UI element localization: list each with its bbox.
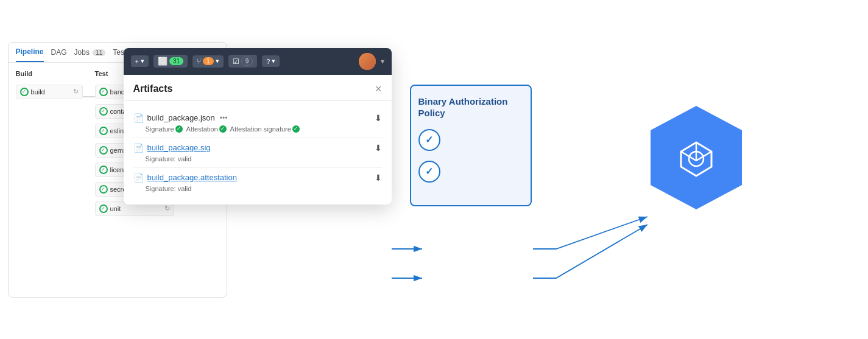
plus-icon: + <box>135 58 139 65</box>
cube-svg <box>675 136 718 179</box>
container-badge: 31 <box>169 57 183 65</box>
signature-valid-label: Signature: valid <box>146 155 192 163</box>
attestation-badge: Attestation ✓ <box>186 125 227 133</box>
tab-dag[interactable]: DAG <box>51 48 67 61</box>
issues-badge: 9 <box>241 57 253 66</box>
artifact-name-row: 📄 build_package.sig ⬇ <box>133 143 382 153</box>
jobs-badge: 11 <box>93 49 105 56</box>
artifact-name-link[interactable]: build_package.sig <box>147 143 211 152</box>
policy-checks <box>418 129 523 183</box>
artifact-row: 📄 build_package.attestation ⬇ Signature:… <box>133 168 382 197</box>
check-icon <box>99 146 108 155</box>
merge-badge: 1 <box>203 57 214 65</box>
tab-pipeline[interactable]: Pipeline <box>16 47 44 62</box>
check-icon: ✓ <box>219 125 227 133</box>
create-button[interactable]: + ▾ <box>131 55 149 67</box>
check-icon <box>99 185 108 194</box>
download-icon[interactable]: ⬇ <box>375 113 382 123</box>
connector-svg <box>83 88 95 125</box>
policy-box: Binary Authorization Policy <box>410 85 532 206</box>
refresh-icon[interactable]: ↻ <box>164 204 170 212</box>
help-button[interactable]: ? ▾ <box>262 55 280 67</box>
stage-build: Build build ↻ <box>16 70 83 218</box>
check-icon: ✓ <box>175 125 183 133</box>
issues-button[interactable]: ☑ 9 <box>228 55 258 68</box>
check-icon <box>99 204 108 213</box>
download-icon[interactable]: ⬇ <box>375 143 382 153</box>
help-icon: ? <box>266 58 270 65</box>
artifact-row: 📄 build_package.sig ⬇ Signature: valid <box>133 138 382 168</box>
job-name: build <box>31 88 45 96</box>
artifact-row: 📄 build_package.json ••• ⬇ Signature ✓ A… <box>133 108 382 138</box>
tab-jobs[interactable]: Jobs 11 <box>74 48 106 61</box>
file-icon: 📄 <box>133 173 144 183</box>
check-icon <box>99 166 108 174</box>
artifact-meta: Signature ✓ Attestation ✓ Attestation si… <box>133 125 382 133</box>
merge-icon: ⑂ <box>197 57 201 66</box>
policy-check-1 <box>418 129 440 151</box>
signature-valid-label: Signature: valid <box>146 185 192 192</box>
chevron-down-icon: ▾ <box>216 57 219 65</box>
artifact-meta: Signature: valid <box>133 155 382 163</box>
gcp-hex-container <box>647 103 745 212</box>
container-button[interactable]: ⬜ 31 <box>153 55 188 68</box>
avatar[interactable] <box>359 53 376 70</box>
policy-title: Binary Authorization Policy <box>418 96 523 119</box>
chevron-down-icon: ▾ <box>141 57 144 65</box>
job-name: unit <box>110 205 121 212</box>
more-options-icon[interactable]: ••• <box>220 114 228 122</box>
check-icon <box>20 88 29 96</box>
modal-header: Artifacts × <box>124 75 392 101</box>
list-item[interactable]: build ↻ <box>16 85 83 99</box>
artifacts-modal: + ▾ ⬜ 31 ⑂ 1 ▾ ☑ 9 ? ▾ <box>124 48 392 204</box>
gcp-hexagon <box>647 103 745 212</box>
modal-topbar: + ▾ ⬜ 31 ⑂ 1 ▾ ☑ 9 ? ▾ <box>124 48 392 75</box>
stage-build-label: Build <box>16 70 83 77</box>
modal-title: Artifacts <box>133 83 173 94</box>
artifact-name-link[interactable]: build_package.attestation <box>147 173 237 182</box>
main-container: Pipeline DAG Jobs 11 Tests 0 Security Li… <box>8 12 861 328</box>
modal-body: 📄 build_package.json ••• ⬇ Signature ✓ A… <box>124 101 392 204</box>
artifact-name-row: 📄 build_package.attestation ⬇ <box>133 173 382 183</box>
artifact-meta: Signature: valid <box>133 185 382 192</box>
attestation-sig-badge: Attestation signature ✓ <box>230 125 300 133</box>
artifact-name: build_package.json <box>147 113 215 122</box>
check-icon: ✓ <box>292 125 300 133</box>
signature-badge: Signature ✓ <box>146 125 183 133</box>
close-button[interactable]: × <box>375 83 382 94</box>
artifact-name-row: 📄 build_package.json ••• ⬇ <box>133 113 382 123</box>
refresh-icon[interactable]: ↻ <box>73 88 79 96</box>
issues-icon: ☑ <box>233 57 239 66</box>
merge-button[interactable]: ⑂ 1 ▾ <box>192 55 224 68</box>
gcp-icon <box>675 136 718 179</box>
chevron-down-icon: ▾ <box>272 57 275 65</box>
avatar-chevron: ▾ <box>381 57 384 66</box>
policy-check-2 <box>418 161 440 183</box>
container-icon: ⬜ <box>158 57 168 66</box>
check-icon <box>99 107 108 116</box>
file-icon: 📄 <box>133 143 144 153</box>
check-icon <box>99 127 108 135</box>
avatar-image <box>359 53 376 70</box>
file-icon: 📄 <box>133 113 144 123</box>
download-icon[interactable]: ⬇ <box>375 173 382 183</box>
check-icon <box>99 88 108 96</box>
